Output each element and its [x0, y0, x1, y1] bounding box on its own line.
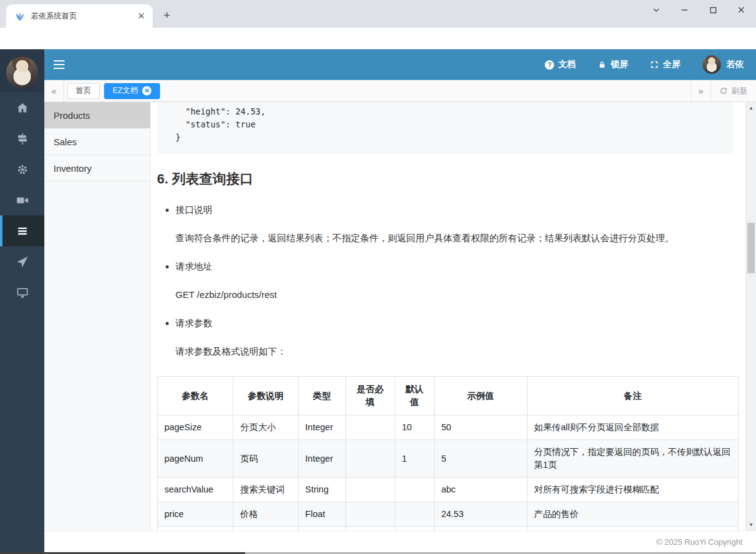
bullet-label: 接口说明 [175, 204, 212, 215]
table-row: pageSize分页大小Integer1050如果传all则不分页返回全部数据 [158, 416, 739, 440]
browser-tab-strip: 若依系统首页 ✕ + [0, 0, 756, 28]
bullet-request-url: 请求地址 GET /ezbiz/products/rest [175, 261, 733, 302]
sidebar-item-home[interactable] [0, 92, 44, 123]
bullet-body: 查询符合条件的记录，返回结果列表；不指定条件，则返回用户具体查看权限的所有记录；… [175, 231, 733, 246]
window-maximize-button[interactable] [704, 2, 722, 18]
bullet-api-description: 接口说明 查询符合条件的记录，返回结果列表；不指定条件，则返回用户具体查看权限的… [175, 204, 733, 246]
content-scrollbar[interactable]: ▲ ▼ [746, 102, 756, 531]
bullet-body: GET /ezbiz/products/rest [175, 287, 733, 302]
table-cell [345, 478, 395, 502]
table-cell: String [298, 478, 345, 502]
table-header-cell: 类型 [298, 377, 345, 416]
nav-docs-button[interactable]: ? 文档 [545, 59, 576, 70]
sidebar-profile[interactable] [0, 49, 44, 92]
refresh-tab-button[interactable]: 刷新 [710, 80, 756, 102]
screen: 若依系统首页 ✕ + localhost/ [0, 0, 756, 554]
scrollbar-thumb[interactable] [747, 223, 755, 273]
table-cell: Integer [298, 440, 345, 478]
sidebar-avatar[interactable] [6, 57, 38, 89]
hamburger-menu-icon[interactable] [44, 49, 74, 80]
table-header-cell: 示例值 [434, 377, 527, 416]
navbar-right: ? 文档 锁屏 全屏 若依 [545, 55, 756, 74]
table-header-cell: 默认值 [395, 377, 434, 416]
tab-close-icon[interactable]: ✕ [142, 86, 151, 95]
footer: © 2025 RuoYi Copyright [44, 531, 756, 552]
table-row: searchValue搜索关键词Stringabc对所有可搜索字段进行模糊匹配 [158, 478, 739, 502]
bullet-body: 请求参数及格式说明如下： [175, 344, 733, 359]
page-tab-bar: « 首页 EZ文档 ✕ » 刷新 [44, 80, 756, 102]
page-tabs: 首页 EZ文档 ✕ [64, 80, 160, 102]
user-name: 若依 [726, 59, 744, 70]
table-cell: pageNum [158, 440, 233, 478]
user-avatar [702, 55, 721, 74]
video-camera-icon [16, 194, 29, 207]
map-signs-icon [16, 132, 29, 145]
scroll-up-icon[interactable]: ▲ [746, 105, 756, 111]
table-cell: 分页大小 [233, 416, 298, 440]
sidebar-item-monitor[interactable] [0, 277, 44, 308]
sidebar-icon-menu [0, 92, 44, 308]
new-tab-button[interactable]: + [159, 7, 175, 23]
nav-lock-screen-button[interactable]: 锁屏 [598, 59, 628, 70]
table-cell [345, 416, 395, 440]
submenu-item-products[interactable]: Products [44, 102, 150, 129]
table-cell [395, 502, 434, 527]
refresh-label: 刷新 [731, 86, 747, 97]
submenu-item-inventory[interactable]: Inventory [44, 155, 150, 182]
submenu-item-sales[interactable]: Sales [44, 129, 150, 155]
table-cell: 搜索关键词 [233, 478, 298, 502]
sidebar-item-video[interactable] [0, 185, 44, 215]
table-header-cell: 备注 [527, 377, 739, 416]
table-cell: abc [434, 478, 527, 502]
code-line: "status": true [175, 118, 723, 131]
json-code-block: "height": 24.53, "status": true } [157, 102, 733, 154]
bullet-label: 请求地址 [175, 261, 212, 271]
table-cell: 如果传all则不分页返回全部数据 [527, 416, 739, 440]
doc-nav-sidebar: Products Sales Inventory [44, 102, 151, 531]
nav-fullscreen-label: 全屏 [663, 59, 680, 70]
scroll-tabs-right-icon[interactable]: » [691, 80, 710, 102]
nav-docs-label: 文档 [558, 59, 576, 70]
favicon [15, 11, 25, 22]
doc-bullet-list: 接口说明 查询符合条件的记录，返回结果列表；不指定条件，则返回用户具体查看权限的… [157, 204, 733, 359]
icon-sidebar [0, 49, 44, 554]
table-header-row: 参数名参数说明类型是否必填默认值示例值备注 [158, 377, 739, 416]
code-line: } [175, 131, 723, 144]
lock-icon [598, 60, 606, 69]
table-cell: Float [298, 502, 345, 527]
table-cell: pageSize [158, 416, 233, 440]
window-minimize-button[interactable] [676, 2, 693, 18]
gear-icon [16, 163, 29, 176]
table-cell: 1 [395, 440, 434, 478]
scroll-tabs-left-icon[interactable]: « [44, 80, 64, 102]
top-navbar: ? 文档 锁屏 全屏 若依 [44, 49, 756, 80]
nav-fullscreen-button[interactable]: 全屏 [650, 59, 680, 70]
desktop-icon [16, 286, 29, 299]
table-cell: 5 [434, 440, 527, 478]
table-cell: 10 [395, 416, 434, 440]
sidebar-item-signs[interactable] [0, 123, 44, 154]
browser-tab-close-icon[interactable]: ✕ [136, 11, 147, 22]
sidebar-item-settings[interactable] [0, 154, 44, 185]
browser-tab[interactable]: 若依系统首页 ✕ [6, 4, 153, 28]
copyright-text: © 2025 RuoYi Copyright [656, 537, 742, 547]
nav-user-menu[interactable]: 若依 [702, 55, 744, 74]
table-cell: 页码 [233, 440, 298, 478]
sidebar-item-send[interactable] [0, 246, 44, 277]
tab-home[interactable]: 首页 [67, 83, 100, 99]
table-header-cell: 是否必填 [345, 377, 395, 416]
window-close-button[interactable] [733, 2, 750, 18]
table-header-cell: 参数说明 [233, 377, 298, 416]
bullet-label: 请求参数 [175, 318, 212, 328]
tab-ez-doc[interactable]: EZ文档 ✕ [104, 83, 160, 99]
code-line: "height": 24.53, [175, 105, 723, 118]
question-circle-icon: ? [545, 60, 554, 70]
scroll-down-icon[interactable]: ▼ [746, 522, 756, 528]
fullscreen-icon [650, 60, 659, 69]
tab-search-chevron-icon[interactable] [648, 2, 665, 18]
table-row: price价格Float24.53产品的售价 [158, 502, 739, 527]
table-cell: 24.53 [434, 502, 527, 527]
sidebar-item-docs[interactable] [0, 215, 44, 246]
section-heading: 6. 列表查询接口 [157, 170, 733, 188]
table-cell: price [158, 502, 233, 527]
